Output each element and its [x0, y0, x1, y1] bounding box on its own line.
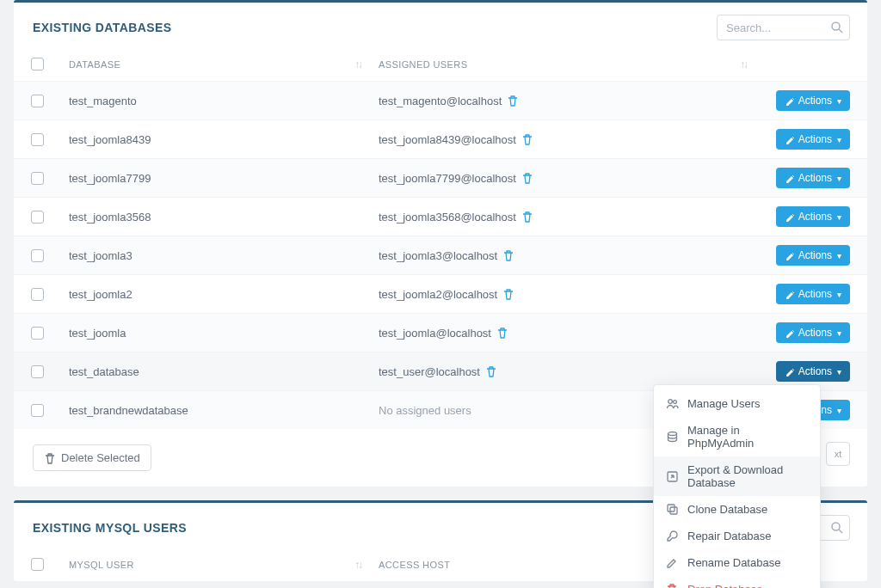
- assigned-user: test_joomla@localhost: [379, 327, 491, 340]
- edit-icon: [785, 134, 795, 144]
- actions-label: Actions: [798, 249, 832, 261]
- column-access-host[interactable]: ACCESS HOST: [379, 560, 450, 570]
- remove-user-icon[interactable]: [485, 365, 497, 377]
- row-checkbox[interactable]: [31, 172, 44, 185]
- database-name: test_joomla8439: [69, 133, 151, 146]
- chevron-down-icon: ▾: [837, 251, 841, 260]
- dropdown-item-label: Repair Database: [687, 530, 772, 542]
- no-assigned-users: No assigned users: [379, 404, 471, 417]
- table-row: test_joomla8439test_joomla8439@localhost…: [14, 119, 867, 158]
- actions-button[interactable]: Actions▾: [776, 90, 850, 111]
- row-checkbox[interactable]: [31, 95, 44, 107]
- edit-icon: [785, 95, 795, 106]
- database-name: test_brandnewdatabase: [69, 404, 188, 417]
- table-row: test_joomlatest_joomla@localhostActions▾: [14, 313, 867, 352]
- assigned-user: test_joomla3@localhost: [379, 249, 497, 262]
- remove-user-icon[interactable]: [521, 172, 533, 184]
- remove-user-icon[interactable]: [502, 249, 514, 261]
- table-row: test_joomla3568test_joomla3568@localhost…: [14, 197, 867, 236]
- table-row: test_joomla3test_joomla3@localhostAction…: [14, 236, 867, 274]
- database-name: test_database: [69, 365, 139, 378]
- chevron-down-icon: ▾: [837, 174, 841, 183]
- chevron-down-icon: ▾: [837, 328, 841, 338]
- row-checkbox[interactable]: [31, 133, 44, 146]
- dropdown-item-trash[interactable]: Drop Database: [654, 576, 820, 588]
- actions-label: Actions: [798, 288, 832, 300]
- dropdown-item-label: Rename Database: [687, 556, 780, 569]
- chevron-down-icon: ▾: [837, 212, 841, 222]
- select-all-checkbox[interactable]: [31, 558, 44, 571]
- row-checkbox[interactable]: [31, 249, 44, 262]
- row-checkbox[interactable]: [31, 327, 44, 340]
- search-input[interactable]: [717, 15, 850, 40]
- column-assigned-users[interactable]: ASSIGNED USERS: [379, 59, 467, 70]
- next-button[interactable]: xt: [826, 442, 850, 466]
- database-name: test_magento: [69, 95, 137, 107]
- dropdown-item-clone[interactable]: Clone Database: [654, 496, 820, 523]
- dropdown-item-database[interactable]: Manage in PhpMyAdmin: [654, 417, 820, 456]
- actions-label: Actions: [798, 95, 832, 107]
- sort-icon[interactable]: ↑↓: [740, 58, 747, 70]
- assigned-user: test_joomla7799@localhost: [379, 172, 516, 185]
- actions-label: Actions: [798, 133, 832, 145]
- column-database[interactable]: DATABASE: [69, 59, 120, 70]
- column-mysql-user[interactable]: MYSQL USER: [69, 560, 134, 570]
- edit-icon: [785, 328, 795, 338]
- panel-title: EXISTING DATABASES: [33, 21, 171, 34]
- dropdown-item-pencil[interactable]: Rename Database: [654, 549, 820, 576]
- edit-icon: [785, 289, 795, 299]
- remove-user-icon[interactable]: [521, 133, 533, 145]
- actions-button[interactable]: Actions▾: [776, 322, 850, 343]
- row-checkbox[interactable]: [31, 211, 44, 224]
- actions-label: Actions: [798, 327, 832, 339]
- dropdown-item-wrench[interactable]: Repair Database: [654, 523, 820, 549]
- panel-title: EXISTING MYSQL USERS: [33, 521, 187, 535]
- wrench-icon: [666, 530, 679, 542]
- table-header: DATABASE ↑↓ ASSIGNED USERS ↑↓: [14, 49, 867, 81]
- database-name: test_joomla7799: [69, 172, 151, 185]
- dropdown-item-export[interactable]: Export & Download Database: [654, 456, 820, 496]
- select-all-checkbox[interactable]: [31, 58, 44, 70]
- table-row: test_joomla7799test_joomla7799@localhost…: [14, 158, 867, 197]
- users-icon: [666, 397, 679, 410]
- database-name: test_joomla: [69, 327, 126, 340]
- sort-icon[interactable]: ↑↓: [354, 58, 361, 70]
- edit-icon: [785, 250, 795, 260]
- database-name: test_joomla3568: [69, 211, 151, 224]
- edit-icon: [785, 211, 795, 222]
- actions-label: Actions: [798, 211, 832, 223]
- actions-button[interactable]: Actions▾: [776, 168, 850, 188]
- database-icon: [666, 431, 679, 444]
- remove-user-icon[interactable]: [521, 211, 533, 223]
- clone-icon: [666, 503, 679, 516]
- actions-button[interactable]: Actions▾: [776, 206, 850, 227]
- actions-button[interactable]: Actions▾: [776, 129, 850, 150]
- chevron-down-icon: ▾: [837, 290, 841, 299]
- actions-label: Actions: [798, 172, 832, 184]
- sort-icon[interactable]: ↑↓: [354, 559, 361, 571]
- export-icon: [666, 470, 679, 483]
- row-checkbox[interactable]: [31, 365, 44, 378]
- database-name: test_joomla2: [69, 288, 132, 301]
- dropdown-item-users[interactable]: Manage Users: [654, 390, 820, 417]
- delete-selected-button[interactable]: Delete Selected: [33, 444, 151, 471]
- trash-icon: [44, 452, 56, 464]
- actions-button[interactable]: Actions▾: [776, 284, 850, 304]
- chevron-down-icon: ▾: [837, 406, 841, 415]
- chevron-down-icon: ▾: [837, 135, 841, 144]
- remove-user-icon[interactable]: [507, 95, 519, 107]
- actions-button[interactable]: Actions▾: [776, 361, 850, 382]
- assigned-user: test_joomla3568@localhost: [379, 211, 516, 224]
- dropdown-item-label: Manage Users: [687, 397, 761, 410]
- remove-user-icon[interactable]: [496, 327, 508, 339]
- row-checkbox[interactable]: [31, 404, 44, 417]
- edit-icon: [785, 366, 795, 377]
- row-checkbox[interactable]: [31, 288, 44, 301]
- existing-databases-panel: EXISTING DATABASES DATABASE ↑↓ ASSIGNED …: [14, 0, 867, 487]
- chevron-down-icon: ▾: [837, 367, 841, 377]
- table-row: test_joomla2test_joomla2@localhostAction…: [14, 274, 867, 313]
- assigned-user: test_joomla2@localhost: [379, 288, 497, 301]
- actions-button[interactable]: Actions▾: [776, 245, 850, 266]
- remove-user-icon[interactable]: [502, 288, 514, 300]
- table-row: test_magentotest_magento@localhostAction…: [14, 81, 867, 119]
